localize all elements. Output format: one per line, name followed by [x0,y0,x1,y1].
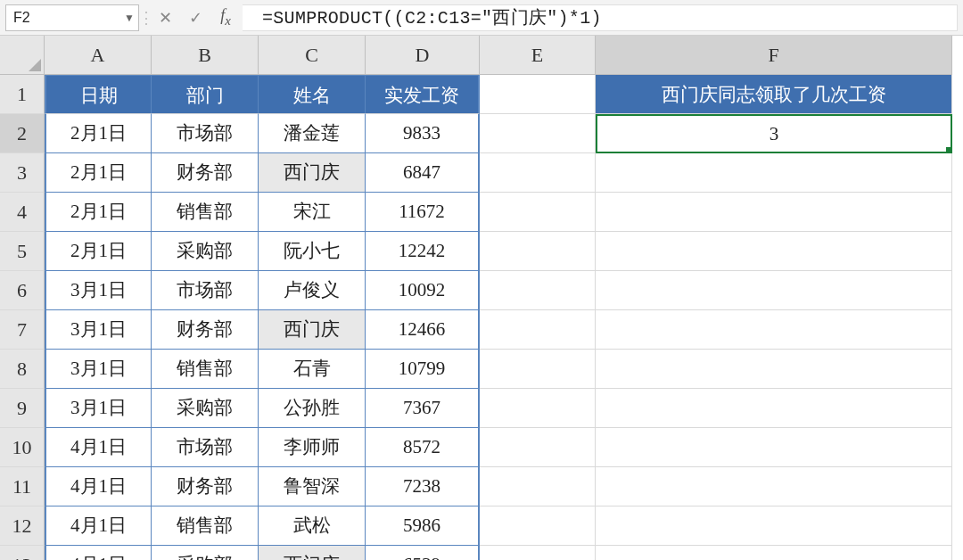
cell-F10[interactable] [596,428,952,467]
cell-E10[interactable] [480,428,596,467]
cell-F4[interactable] [596,193,952,232]
cell-D7[interactable]: 12466 [366,310,480,350]
cell-C3[interactable]: 西门庆 [259,153,366,193]
row-head-7[interactable]: 7 [0,310,45,350]
row-head-13[interactable]: 13 [0,546,45,560]
cell-C11[interactable]: 鲁智深 [259,467,366,506]
row-head-1[interactable]: 1 [0,75,45,114]
col-head-D[interactable]: D [366,36,480,75]
cell-A5[interactable]: 2月1日 [45,232,152,271]
cell-D6[interactable]: 10092 [366,271,480,310]
cell-B9[interactable]: 采购部 [152,389,259,428]
cell-C6[interactable]: 卢俊义 [259,271,366,310]
cell-D8[interactable]: 10799 [366,350,480,389]
cell-C7[interactable]: 西门庆 [259,310,366,350]
formula-input[interactable]: =SUMPRODUCT((C2:C13="西门庆")*1) [243,4,958,31]
row-head-5[interactable]: 5 [0,232,45,271]
cell-B5[interactable]: 采购部 [152,232,259,271]
cell-C12[interactable]: 武松 [259,506,366,546]
cell-A11[interactable]: 4月1日 [45,467,152,506]
cell-E13[interactable] [480,546,596,560]
cell-E5[interactable] [480,232,596,271]
row-head-2[interactable]: 2 [0,114,45,153]
cell-B12[interactable]: 销售部 [152,506,259,546]
col-head-B[interactable]: B [152,36,259,75]
col-head-F[interactable]: F [596,36,952,75]
fx-icon[interactable]: fx [210,4,241,31]
cell-D9[interactable]: 7367 [366,389,480,428]
cell-C5[interactable]: 阮小七 [259,232,366,271]
cell-F13[interactable] [596,546,952,560]
cell-D5[interactable]: 12242 [366,232,480,271]
cell-B13[interactable]: 采购部 [152,546,259,560]
col-head-A[interactable]: A [45,36,152,75]
header-C[interactable]: 姓名 [259,75,366,114]
cell-E7[interactable] [480,310,596,350]
cell-F3[interactable] [596,153,952,193]
row-head-11[interactable]: 11 [0,467,45,506]
cell-E9[interactable] [480,389,596,428]
cell-F8[interactable] [596,350,952,389]
cell-D11[interactable]: 7238 [366,467,480,506]
cell-A12[interactable]: 4月1日 [45,506,152,546]
cell-B8[interactable]: 销售部 [152,350,259,389]
cell-E1[interactable] [480,75,596,114]
cell-B2[interactable]: 市场部 [152,114,259,153]
select-all-corner[interactable] [0,36,45,75]
cell-A8[interactable]: 3月1日 [45,350,152,389]
row-head-3[interactable]: 3 [0,153,45,193]
cell-B3[interactable]: 财务部 [152,153,259,193]
cell-B4[interactable]: 销售部 [152,193,259,232]
cell-F12[interactable] [596,506,952,546]
header-A[interactable]: 日期 [45,75,152,114]
cell-F6[interactable] [596,271,952,310]
name-box[interactable]: F2 ▼ [5,4,139,31]
cell-A9[interactable]: 3月1日 [45,389,152,428]
cell-D13[interactable]: 6539 [366,546,480,560]
cell-A4[interactable]: 2月1日 [45,193,152,232]
cancel-icon[interactable]: ✕ [150,4,180,31]
cell-F5[interactable] [596,232,952,271]
header-B[interactable]: 部门 [152,75,259,114]
row-head-8[interactable]: 8 [0,350,45,389]
cell-B11[interactable]: 财务部 [152,467,259,506]
row-head-4[interactable]: 4 [0,193,45,232]
cell-D12[interactable]: 5986 [366,506,480,546]
cell-E3[interactable] [480,153,596,193]
cell-B7[interactable]: 财务部 [152,310,259,350]
cell-B10[interactable]: 市场部 [152,428,259,467]
cell-C8[interactable]: 石青 [259,350,366,389]
cell-A6[interactable]: 3月1日 [45,271,152,310]
cell-E2[interactable] [480,114,596,153]
header-D[interactable]: 实发工资 [366,75,480,114]
cell-F1[interactable]: 西门庆同志领取了几次工资 [596,75,952,114]
cell-A2[interactable]: 2月1日 [45,114,152,153]
cell-A3[interactable]: 2月1日 [45,153,152,193]
cell-D3[interactable]: 6847 [366,153,480,193]
cell-B6[interactable]: 市场部 [152,271,259,310]
cell-F2[interactable]: 3 [596,114,952,153]
col-head-E[interactable]: E [480,36,596,75]
cell-E6[interactable] [480,271,596,310]
cell-A10[interactable]: 4月1日 [45,428,152,467]
cell-E11[interactable] [480,467,596,506]
cell-D4[interactable]: 11672 [366,193,480,232]
cell-C4[interactable]: 宋江 [259,193,366,232]
confirm-icon[interactable]: ✓ [180,4,210,31]
cell-C13[interactable]: 西门庆 [259,546,366,560]
row-head-6[interactable]: 6 [0,271,45,310]
name-box-dropdown-icon[interactable]: ▼ [120,12,138,24]
cell-F7[interactable] [596,310,952,350]
cell-E4[interactable] [480,193,596,232]
col-head-C[interactable]: C [259,36,366,75]
cell-C10[interactable]: 李师师 [259,428,366,467]
cell-F11[interactable] [596,467,952,506]
cell-C2[interactable]: 潘金莲 [259,114,366,153]
cell-A13[interactable]: 4月1日 [45,546,152,560]
cell-D10[interactable]: 8572 [366,428,480,467]
cell-D2[interactable]: 9833 [366,114,480,153]
cell-F9[interactable] [596,389,952,428]
row-head-12[interactable]: 12 [0,506,45,546]
row-head-9[interactable]: 9 [0,389,45,428]
row-head-10[interactable]: 10 [0,428,45,467]
